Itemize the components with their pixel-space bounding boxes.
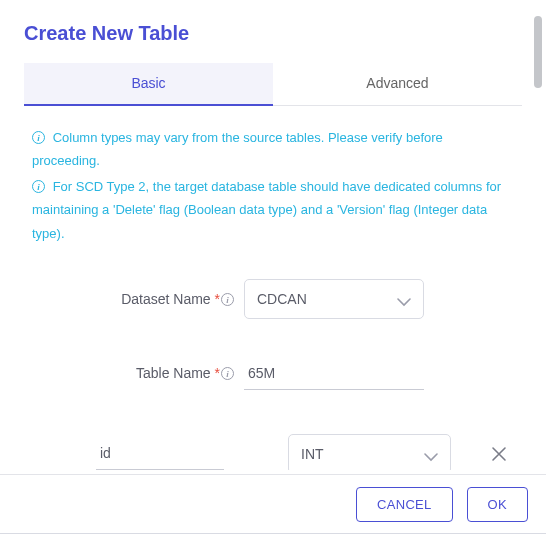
dataset-name-label-text: Dataset Name — [121, 291, 214, 307]
cancel-button[interactable]: CANCEL — [356, 487, 453, 522]
column-definition-row: INT — [24, 434, 522, 470]
table-name-label-text: Table Name — [136, 365, 215, 381]
tab-advanced[interactable]: Advanced — [273, 63, 522, 105]
tab-advanced-label: Advanced — [366, 75, 428, 91]
remove-column-button[interactable] — [485, 440, 512, 468]
column-type-select[interactable]: INT — [288, 434, 451, 470]
column-name-input[interactable] — [96, 437, 224, 470]
info-icon — [32, 180, 45, 193]
notice-1: Column types may vary from the source ta… — [32, 126, 514, 173]
required-asterisk: * — [215, 365, 220, 381]
close-icon — [491, 446, 507, 462]
dataset-name-select[interactable]: CDCAN — [244, 279, 424, 319]
chevron-down-icon — [397, 295, 411, 311]
dataset-name-label: Dataset Name * — [34, 291, 244, 307]
table-name-label: Table Name * — [34, 365, 244, 381]
notice-2: For SCD Type 2, the target database tabl… — [32, 175, 514, 245]
chevron-down-icon — [424, 450, 438, 466]
table-name-input[interactable] — [244, 357, 424, 390]
column-type-value: INT — [301, 446, 324, 462]
tabs-container: Basic Advanced — [24, 63, 522, 106]
ok-button-label: OK — [488, 497, 507, 512]
notice-1-text: Column types may vary from the source ta… — [32, 130, 443, 168]
row-table-name: Table Name * — [24, 357, 522, 390]
cancel-button-label: CANCEL — [377, 497, 432, 512]
notices-block: Column types may vary from the source ta… — [24, 106, 522, 253]
tab-basic[interactable]: Basic — [24, 63, 273, 105]
required-asterisk: * — [215, 291, 220, 307]
dialog-title: Create New Table — [24, 22, 522, 45]
dataset-name-value: CDCAN — [257, 291, 307, 307]
tab-basic-label: Basic — [131, 75, 165, 91]
info-icon — [221, 367, 234, 380]
dialog-footer: CANCEL OK — [0, 474, 546, 534]
info-icon — [221, 293, 234, 306]
scrollbar-thumb[interactable] — [534, 16, 542, 88]
ok-button[interactable]: OK — [467, 487, 528, 522]
info-icon — [32, 131, 45, 144]
notice-2-text: For SCD Type 2, the target database tabl… — [32, 179, 501, 241]
row-dataset-name: Dataset Name * CDCAN — [24, 279, 522, 319]
